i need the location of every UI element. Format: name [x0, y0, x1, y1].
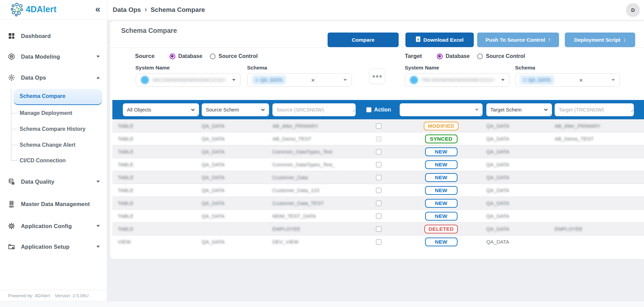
push-to-source-control-button[interactable]: Push To Source Control ↑	[477, 33, 559, 47]
status-badge: NEW	[425, 186, 458, 195]
sidebar-item-cicd-connection[interactable]: CI/CD Connection	[0, 155, 107, 167]
object-type-cell: TABLE	[118, 149, 133, 155]
sidebar-item-schema-change-alert[interactable]: Schema Change Alert	[0, 139, 107, 151]
row-action-checkbox[interactable]	[376, 188, 381, 193]
top-bar: Data Ops › Schema Compare D	[107, 0, 644, 20]
radio-label: Source Control	[486, 53, 525, 59]
row-action-checkbox[interactable]	[376, 175, 381, 180]
target-schema-cell: QA_DATA	[486, 200, 509, 206]
row-action-checkbox[interactable]	[376, 213, 381, 219]
target-schema-select[interactable]: × QA_DATA ×	[515, 73, 620, 87]
source-schema-label: Schema	[247, 65, 267, 71]
status-badge: SYNCED	[425, 135, 458, 143]
target-schema-cell: QA_DATA	[486, 187, 509, 193]
object-type-cell: TABLE	[118, 136, 133, 142]
row-action-checkbox[interactable]	[376, 226, 381, 232]
sidebar-item-data-quality[interactable]: Data Quality	[0, 176, 107, 188]
sidebar-item-manage-deployment[interactable]: Manage Deployment	[0, 107, 107, 119]
object-type-cell: TABLE	[118, 200, 133, 206]
sidebar-item-label: Dashboard	[21, 33, 51, 39]
table-row: TABLE QA_DATA AB_Alter_PRIMARY MODIFIED …	[112, 119, 644, 132]
row-action-checkbox[interactable]	[376, 201, 381, 206]
source-radio-group: Source Database Source Control	[135, 53, 258, 60]
row-action-checkbox[interactable]	[376, 123, 381, 129]
sidebar-item-schema-compare-history[interactable]: Schema Compare History	[0, 123, 107, 135]
target-schema-label: Schema	[515, 65, 535, 71]
source-name-cell: AB_Alter_PRIMARY	[272, 123, 318, 129]
chip-remove-icon[interactable]: ×	[256, 77, 258, 83]
source-schema-cell: QA_DATA	[202, 149, 225, 155]
table-row: TABLE QA_DATA MDM_TEST_DATA NEW QA_DATA	[112, 209, 644, 222]
target-schema-cell: QA_DATA	[486, 175, 509, 180]
source-system-name-label: System Name	[135, 65, 170, 71]
target-schema-filter-select[interactable]: Target Schem	[486, 103, 552, 116]
radio-selected-icon	[437, 54, 443, 59]
sidebar: 4DAlert « Dashboard Data Modeling	[0, 0, 107, 301]
chevron-down-icon	[96, 56, 100, 58]
source-schema-filter-select[interactable]: Source Schem	[202, 103, 269, 116]
source-database-radio[interactable]: Database	[170, 53, 202, 59]
download-excel-button[interactable]: x Download Excel	[405, 33, 474, 47]
sidebar-item-application-setup[interactable]: Application Setup	[0, 241, 107, 253]
sidebar-item-application-config[interactable]: Application Config	[0, 220, 107, 232]
row-action-checkbox[interactable]	[376, 239, 381, 245]
user-avatar[interactable]: D	[626, 3, 640, 17]
chip-label: QA_DATA	[528, 77, 551, 83]
schema-chip: × QA_DATA	[252, 76, 286, 84]
sidebar-item-label: Application Setup	[21, 244, 70, 250]
row-action-checkbox[interactable]	[376, 136, 381, 142]
chevron-down-icon	[343, 79, 347, 81]
dashboard-icon	[7, 32, 16, 40]
compare-button[interactable]: Compare	[328, 33, 399, 47]
sidebar-item-dashboard[interactable]: Dashboard	[0, 30, 107, 42]
sidebar-item-data-ops[interactable]: Data Ops	[0, 71, 107, 84]
page-title: Schema Compare	[121, 27, 177, 35]
source-name-cell: DEV_VIEW	[272, 239, 299, 245]
object-type-filter-select[interactable]: All Objects	[123, 103, 199, 116]
chip-remove-icon[interactable]: ×	[524, 77, 526, 83]
row-action-checkbox[interactable]	[376, 149, 381, 155]
object-type-cell: TABLE	[118, 226, 133, 232]
sidebar-item-schema-compare[interactable]: Schema Compare	[14, 89, 102, 105]
breadcrumb-section[interactable]: Data Ops	[113, 6, 141, 14]
chevron-down-icon	[96, 181, 100, 183]
ellipsis-icon	[376, 75, 378, 78]
mdm-icon	[7, 200, 16, 208]
target-name-filter-input[interactable]	[555, 103, 634, 116]
source-name-cell: Common_DataTypes_Test	[272, 149, 332, 155]
radio-selected-icon	[170, 54, 175, 59]
push-button-label: Push To Source Control	[486, 37, 545, 43]
deployment-script-button[interactable]: Deployment Script ↓	[565, 33, 635, 47]
selected-target-schema: Target Schem	[490, 107, 522, 112]
source-system-select[interactable]: SRCSNOWSNOWSNOWCICD2=	[136, 73, 241, 87]
target-source-control-radio[interactable]: Source Control	[477, 53, 525, 59]
target-system-select[interactable]: TRCSNOWSNOWSNOWCICD2=	[405, 73, 510, 87]
more-options-button[interactable]	[369, 68, 385, 84]
sidebar-item-label: Schema Compare	[20, 93, 65, 99]
sidebar-item-master-data-management[interactable]: Master Data Management	[0, 198, 107, 210]
sidebar-item-data-modeling[interactable]: Data Modeling	[0, 50, 107, 63]
clear-icon[interactable]: ×	[311, 77, 318, 83]
chevron-down-icon	[96, 225, 100, 227]
clear-icon[interactable]: ×	[579, 77, 586, 83]
source-schema-cell: QA_DATA	[202, 136, 225, 142]
status-filter-select[interactable]	[400, 103, 483, 116]
source-name-filter-input[interactable]	[272, 103, 356, 116]
target-schema-cell: QA_DATA	[486, 226, 509, 232]
target-database-radio[interactable]: Database	[437, 53, 470, 59]
select-all-checkbox[interactable]	[366, 107, 372, 112]
source-schema-select[interactable]: × QA_DATA ×	[247, 73, 352, 87]
source-source-control-radio[interactable]: Source Control	[210, 53, 258, 59]
table-header-row: All Objects Source Schem Action	[112, 100, 644, 119]
svg-text:x: x	[417, 37, 420, 41]
sidebar-item-label: Schema Compare History	[20, 126, 86, 132]
sidebar-item-label: Data Modeling	[21, 54, 60, 60]
sidebar-item-label: Manage Deployment	[20, 110, 72, 116]
target-panel-label: Target	[405, 53, 422, 60]
arrow-down-icon: ↓	[623, 37, 626, 43]
row-action-checkbox[interactable]	[376, 162, 381, 167]
compare-button-label: Compare	[352, 37, 374, 43]
status-badge: DELETED	[424, 225, 458, 233]
table-body: TABLE QA_DATA AB_Alter_PRIMARY MODIFIED …	[112, 119, 644, 248]
sidebar-collapse-button[interactable]: «	[92, 3, 104, 16]
